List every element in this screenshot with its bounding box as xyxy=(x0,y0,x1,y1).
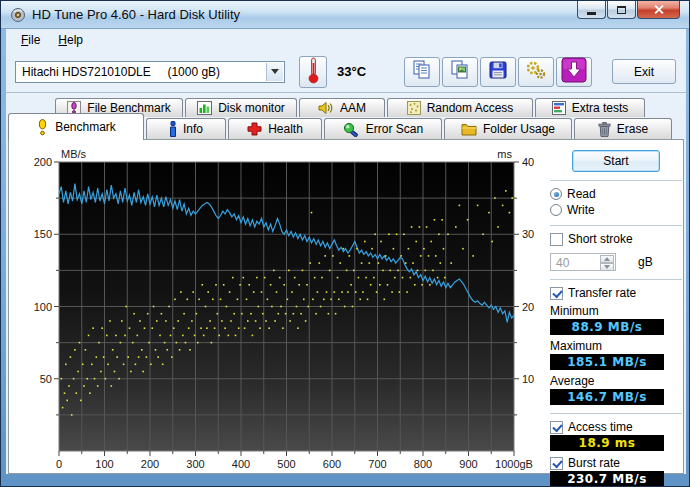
divider xyxy=(550,180,682,182)
svg-text:0: 0 xyxy=(56,458,62,470)
tab-info[interactable]: Info xyxy=(146,118,226,139)
svg-text:500: 500 xyxy=(277,458,295,470)
svg-text:20: 20 xyxy=(522,301,534,313)
read-radio[interactable] xyxy=(550,188,562,200)
average-value: 146.7 MB/s xyxy=(550,389,664,405)
aam-icon xyxy=(318,101,334,115)
chevron-down-icon xyxy=(266,63,283,81)
window-body: File Help Hitachi HDS721010DLE (1000 gB)… xyxy=(6,29,686,474)
short-stroke-row[interactable]: Short stroke xyxy=(550,232,682,246)
update-download-icon xyxy=(561,57,587,87)
short-stroke-size-input[interactable]: 40 xyxy=(550,253,616,271)
tab-erase[interactable]: Erase xyxy=(574,118,672,139)
svg-text:MB/s: MB/s xyxy=(61,148,87,160)
tab-label: Health xyxy=(268,122,303,136)
random-access-icon xyxy=(407,101,421,115)
svg-text:1000gB: 1000gB xyxy=(495,458,533,470)
burst-rate-value: 230.7 MB/s xyxy=(550,471,664,487)
read-radio-row[interactable]: Read xyxy=(550,187,682,201)
save-icon xyxy=(488,60,508,84)
transfer-rate-row[interactable]: Transfer rate xyxy=(550,286,682,300)
app-window: HD Tune Pro 4.60 - Hard Disk Utility Fil… xyxy=(0,0,690,487)
write-label: Write xyxy=(567,203,595,217)
options-gears-icon xyxy=(525,59,547,85)
temperature-button[interactable] xyxy=(299,56,327,88)
window-title: HD Tune Pro 4.60 - Hard Disk Utility xyxy=(32,7,240,22)
tab-aam[interactable]: AAM xyxy=(299,98,385,117)
spinner-down-icon[interactable] xyxy=(600,263,614,271)
tab-label: Random Access xyxy=(427,101,514,115)
drive-select-dropdown[interactable]: Hitachi HDS721010DLE (1000 gB) xyxy=(15,61,285,83)
close-icon xyxy=(653,4,664,15)
tab-disk-monitor[interactable]: Disk monitor xyxy=(185,98,297,117)
write-radio-row[interactable]: Write xyxy=(550,203,682,217)
save-button[interactable] xyxy=(480,57,516,87)
maximize-button[interactable] xyxy=(607,1,636,19)
menu-help[interactable]: Help xyxy=(49,30,92,50)
tab-label: Folder Usage xyxy=(483,122,555,136)
burst-rate-checkbox[interactable] xyxy=(550,457,563,470)
tab-label: AAM xyxy=(340,101,366,115)
maximum-label: Maximum xyxy=(550,339,682,353)
update-download-button[interactable] xyxy=(556,57,592,87)
tab-label: Benchmark xyxy=(55,120,116,134)
minimize-button[interactable] xyxy=(577,1,606,19)
tab-random-access[interactable]: Random Access xyxy=(387,98,533,117)
copy-text-button[interactable] xyxy=(404,57,440,87)
benchmark-controls-panel: Start Read Write Short stroke 40 xyxy=(550,148,682,487)
access-time-row[interactable]: Access time xyxy=(550,420,682,434)
write-radio[interactable] xyxy=(550,204,562,216)
tab-label: Disk monitor xyxy=(218,101,285,115)
extra-tests-icon xyxy=(552,101,566,115)
disk-monitor-icon xyxy=(197,101,212,115)
tab-folder-usage[interactable]: Folder Usage xyxy=(444,118,572,139)
burst-rate-row[interactable]: Burst rate xyxy=(550,456,682,470)
options-gears-button[interactable] xyxy=(518,57,554,87)
app-icon xyxy=(10,7,26,23)
svg-text:100: 100 xyxy=(34,301,52,313)
start-button[interactable]: Start xyxy=(572,150,660,172)
tab-error-scan[interactable]: Error Scan xyxy=(324,118,442,139)
svg-text:10: 10 xyxy=(522,373,534,385)
tab-extra-tests[interactable]: Extra tests xyxy=(535,98,645,117)
tab-label: Erase xyxy=(617,122,648,136)
svg-text:200: 200 xyxy=(34,156,52,168)
health-icon xyxy=(247,122,262,136)
copy-image-icon xyxy=(449,59,471,85)
svg-text:200: 200 xyxy=(141,458,159,470)
info-icon xyxy=(169,121,177,137)
divider xyxy=(550,279,682,281)
thermometer-icon xyxy=(307,56,320,88)
benchmark-icon xyxy=(36,119,49,136)
short-stroke-checkbox[interactable] xyxy=(550,233,563,246)
svg-text:ms: ms xyxy=(497,148,512,160)
toolbar: Hitachi HDS721010DLE (1000 gB) 33°C Exit xyxy=(6,51,686,93)
menu-bar: File Help xyxy=(6,29,686,51)
read-label: Read xyxy=(567,187,596,201)
transfer-rate-checkbox[interactable] xyxy=(550,287,563,300)
svg-text:600: 600 xyxy=(323,458,341,470)
minimize-icon xyxy=(587,12,596,15)
divider xyxy=(550,413,682,415)
tab-benchmark[interactable]: Benchmark xyxy=(8,113,144,140)
erase-icon xyxy=(598,122,611,137)
copy-image-button[interactable] xyxy=(442,57,478,87)
svg-text:800: 800 xyxy=(414,458,432,470)
exit-button[interactable]: Exit xyxy=(612,59,676,84)
spinner-up-icon[interactable] xyxy=(600,255,614,263)
svg-text:100: 100 xyxy=(95,458,113,470)
svg-text:50: 50 xyxy=(40,373,52,385)
minimum-value: 88.9 MB/s xyxy=(550,319,664,335)
menu-file[interactable]: File xyxy=(12,30,49,50)
svg-text:40: 40 xyxy=(522,156,534,168)
minimum-label: Minimum xyxy=(550,304,682,318)
close-button[interactable] xyxy=(637,1,680,19)
drive-select-value: Hitachi HDS721010DLE (1000 gB) xyxy=(16,65,220,79)
svg-text:300: 300 xyxy=(186,458,204,470)
access-time-checkbox[interactable] xyxy=(550,421,563,434)
tab-health[interactable]: Health xyxy=(228,118,322,139)
tab-label: Extra tests xyxy=(572,101,629,115)
tab-label: Error Scan xyxy=(366,122,423,136)
svg-text:700: 700 xyxy=(368,458,386,470)
error-scan-icon xyxy=(343,122,360,137)
